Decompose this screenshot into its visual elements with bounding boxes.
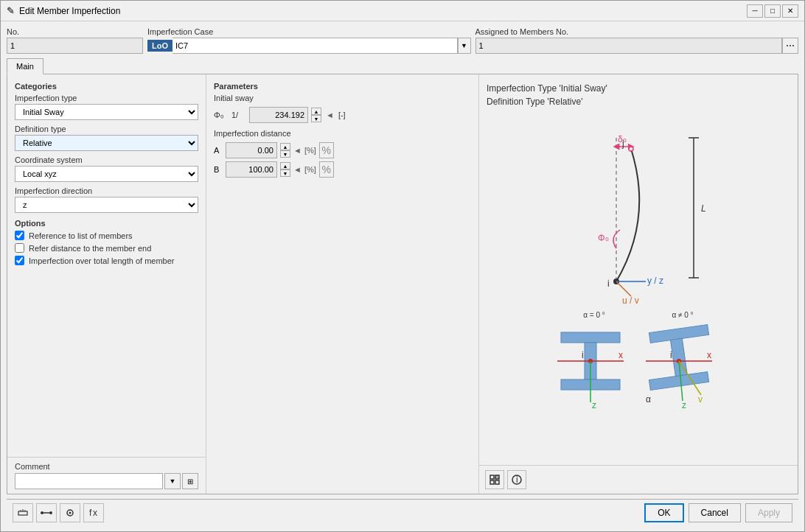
ic-dropdown-button[interactable]: ▼ — [458, 38, 471, 54]
option-checkbox-1[interactable] — [15, 243, 24, 253]
titlebar-buttons: ─ □ ✕ — [747, 4, 798, 18]
svg-text:x: x — [93, 508, 97, 518]
svg-text:y / z: y / z — [647, 276, 663, 286]
close-button[interactable]: ✕ — [782, 4, 798, 18]
option-checkbox-2[interactable] — [15, 256, 24, 265]
option-row-2: Imperfection over total length of member — [15, 256, 198, 265]
no-group: No. 1 — [7, 27, 143, 54]
distance-b-pct-button[interactable]: % — [319, 161, 334, 178]
bottom-icon-0[interactable] — [13, 503, 33, 522]
svg-point-50 — [49, 511, 52, 514]
assigned-picker-button[interactable]: ⋯ — [782, 38, 798, 54]
definition-type-select[interactable]: Relative Absolute — [15, 135, 198, 151]
middle-column: Parameters Initial sway Φ₀ 1/ ▲ ▼ ◄ — [206, 74, 479, 494]
option-row-1: Refer distance to the member end — [15, 243, 198, 253]
phi-spin-up[interactable]: ▲ — [311, 108, 321, 115]
diagram-icon-btn-2[interactable]: i — [507, 470, 526, 489]
phi-spin-down[interactable]: ▼ — [311, 115, 321, 122]
comment-dropdown-button[interactable]: ▼ — [164, 473, 181, 489]
assigned-label: Assigned to Members No. — [475, 27, 799, 36]
options-section: Options Reference to list of members Ref… — [15, 219, 198, 265]
main-content: No. 1 Imperfection Case LoO IC7 ▼ Assign… — [1, 21, 804, 531]
bottom-buttons: OK Cancel Apply — [644, 503, 792, 522]
svg-text:L: L — [701, 203, 706, 214]
imperfection-type-row: Imperfection type Initial Sway Initial B… — [15, 94, 198, 120]
ic-input[interactable]: IC7 — [172, 38, 458, 54]
imperfection-direction-dropdown-row: z y — [15, 197, 198, 213]
tab-main[interactable]: Main — [7, 58, 43, 74]
coordinate-system-select[interactable]: Local xyz Global XYZ — [15, 166, 198, 182]
svg-text:z: z — [682, 400, 686, 410]
ic-label: Imperfection Case — [147, 27, 471, 36]
phi-arrow-left[interactable]: ◄ — [324, 111, 335, 119]
option-label-0: Reference to list of members — [29, 231, 133, 240]
minimize-button[interactable]: ─ — [747, 4, 763, 18]
ic-group: Imperfection Case LoO IC7 ▼ — [147, 27, 471, 54]
node-icon — [64, 507, 76, 519]
main-diagram-svg: L δ₀ Φ₀ — [557, 116, 719, 307]
categories-title: Categories — [15, 82, 198, 91]
bottom-icon-1[interactable] — [36, 503, 57, 522]
main-area: Main Categories Imperfection type Initia… — [7, 58, 798, 494]
diagram-icons-row: i — [479, 465, 798, 494]
ruler-icon — [17, 507, 29, 519]
svg-text:Φ₀: Φ₀ — [598, 233, 609, 243]
svg-text:x: x — [618, 350, 623, 360]
distance-a-row: A ▲ ▼ ◄ [%] % — [214, 142, 471, 158]
svg-rect-40 — [490, 480, 494, 484]
diagram-icon-btn-1[interactable] — [485, 470, 504, 489]
cancel-button[interactable]: Cancel — [689, 503, 741, 522]
imperfection-direction-select[interactable]: z y — [15, 197, 198, 213]
ok-button[interactable]: OK — [644, 503, 683, 522]
comment-label: Comment — [15, 462, 198, 471]
option-label-2: Imperfection over total length of member — [29, 256, 174, 265]
no-input[interactable]: 1 — [7, 38, 143, 54]
cross-section-svg-left: x i z — [554, 321, 635, 417]
apply-button[interactable]: Apply — [745, 503, 792, 522]
bottom-icons: fx — [13, 503, 644, 522]
maximize-button[interactable]: □ — [764, 4, 781, 18]
svg-text:z: z — [592, 400, 596, 410]
assigned-input[interactable]: 1 — [475, 38, 783, 54]
option-checkbox-0[interactable] — [15, 231, 24, 240]
distance-a-pct-button[interactable]: % — [319, 142, 334, 158]
distance-b-spin-down[interactable]: ▼ — [280, 169, 290, 177]
phi-prefix: 1/ — [231, 111, 246, 119]
coordinate-system-label: Coordinate system — [15, 155, 198, 164]
svg-point-49 — [41, 511, 43, 514]
coordinate-system-dropdown-row: Local xyz Global XYZ — [15, 166, 198, 182]
imperfection-type-dropdown-row: Initial Sway Initial Bow Initial Bow and… — [15, 104, 198, 120]
svg-rect-39 — [495, 475, 499, 479]
window-title: Edit Member Imperfection — [19, 6, 742, 16]
imperfection-type-select[interactable]: Initial Sway Initial Bow Initial Bow and… — [15, 104, 198, 120]
comment-copy-button[interactable]: ⊞ — [182, 473, 198, 489]
distance-a-arrow[interactable]: ◄ — [293, 146, 302, 155]
distance-b-row: B ▲ ▼ ◄ [%] % — [214, 161, 471, 178]
bottom-icon-2[interactable] — [60, 503, 80, 522]
bottom-icon-3[interactable]: fx — [83, 503, 104, 522]
function-icon: fx — [88, 507, 100, 519]
distance-b-input[interactable] — [226, 161, 277, 178]
cross-section-area: α = 0 ° — [554, 311, 723, 419]
distance-b-arrow[interactable]: ◄ — [293, 165, 302, 174]
options-title: Options — [15, 219, 198, 228]
middle-panel-inner: Parameters Initial sway Φ₀ 1/ ▲ ▼ ◄ — [206, 74, 478, 494]
distance-b-label: B — [214, 165, 223, 174]
svg-point-10 — [630, 147, 632, 150]
option-label-1: Refer distance to the member end — [29, 244, 151, 253]
comment-input[interactable] — [15, 473, 163, 489]
distance-a-input[interactable] — [226, 142, 277, 158]
distance-a-spin-up[interactable]: ▲ — [280, 143, 290, 150]
tab-content: Categories Imperfection type Initial Swa… — [7, 74, 798, 494]
svg-text:u / v: u / v — [622, 295, 639, 306]
phi-input[interactable] — [249, 107, 308, 123]
alpha-zero-label: α = 0 ° — [554, 311, 635, 319]
distance-b-spin-up[interactable]: ▲ — [280, 162, 290, 169]
distance-a-spin-down[interactable]: ▼ — [280, 150, 290, 158]
coordinate-system-row: Coordinate system Local xyz Global XYZ — [15, 155, 198, 182]
window-icon: ✎ — [7, 5, 15, 16]
svg-line-15 — [616, 281, 631, 296]
svg-text:f: f — [89, 508, 92, 518]
svg-text:α: α — [646, 394, 651, 405]
distance-title: Imperfection distance — [214, 129, 471, 138]
